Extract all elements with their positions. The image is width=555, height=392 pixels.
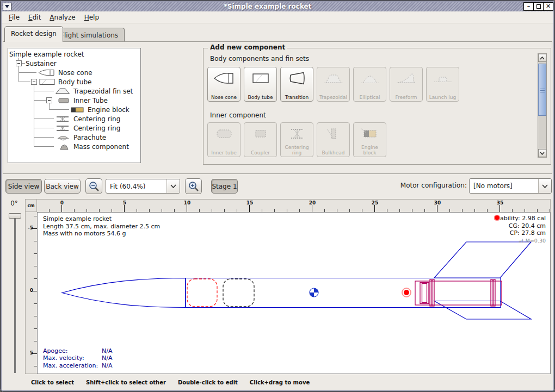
- stage-1-toggle[interactable]: Stage 1: [211, 179, 238, 194]
- component-tree[interactable]: Simple example rocket Sustainer Nose con…: [8, 48, 141, 163]
- horizontal-ruler: 0 5 10 15 20 25 30 35: [37, 199, 551, 212]
- tree-item-trapezoidal-fin-set[interactable]: Trapezoidal fin set: [73, 87, 133, 96]
- tree-item-centering-ring-1[interactable]: Centering ring: [73, 115, 120, 123]
- maximize-button[interactable]: [533, 2, 544, 11]
- chevron-up-icon: [540, 57, 545, 60]
- chevron-down-icon: [540, 152, 545, 155]
- trapezoidal-fin-icon: [322, 71, 345, 86]
- magnifier-minus-icon: [88, 181, 100, 192]
- add-freeform-button[interactable]: Freeform: [390, 67, 423, 102]
- cg-value: CG: 20.4 cm: [509, 222, 546, 230]
- nose-cone-icon: [38, 69, 56, 77]
- stability-info: Stability: 2.98 cal CG: 20.4 cm CP: 27.8…: [494, 215, 546, 244]
- elliptical-fin-icon: [359, 71, 381, 86]
- centering-ring-icon: [55, 115, 71, 123]
- parachute-icon: [56, 134, 71, 141]
- menu-file[interactable]: File: [4, 13, 24, 22]
- chevron-down-icon: [542, 184, 548, 188]
- tree-item-body-tube[interactable]: Body tube: [58, 78, 91, 86]
- add-coupler-button[interactable]: Coupler: [244, 122, 277, 157]
- add-engine-block-button[interactable]: Engine block: [353, 122, 386, 157]
- expander-inner-tube[interactable]: [46, 97, 52, 103]
- motor-configuration-select[interactable]: [No motors]: [469, 178, 552, 194]
- expander-body-tube[interactable]: [31, 79, 37, 85]
- tree-item-nose-cone[interactable]: Nose cone: [58, 69, 92, 77]
- tab-flight-simulations[interactable]: Flight simulations: [54, 28, 125, 42]
- menu-analyze[interactable]: Analyze: [45, 13, 79, 22]
- launch-lug-icon: [431, 71, 454, 86]
- maximize-icon: [536, 4, 541, 9]
- mass-component-outline: [223, 279, 254, 307]
- top-fin: [434, 242, 531, 278]
- tree-item-rocket[interactable]: Simple example rocket: [9, 50, 84, 59]
- motor-configuration-label: Motor configuration:: [397, 182, 467, 189]
- scrollbar-thumb[interactable]: [538, 64, 546, 116]
- add-centering-ring-button[interactable]: Centering ring: [280, 122, 313, 157]
- nose-cone-icon: [213, 71, 236, 86]
- rocket-figure-canvas[interactable]: Simple example rocket Length 37.5 cm, ma…: [37, 212, 551, 374]
- side-view-button[interactable]: Side view: [5, 179, 42, 194]
- tree-item-sustainer[interactable]: Sustainer: [26, 59, 57, 68]
- zoom-select[interactable]: Fit (60.4%): [106, 179, 180, 194]
- expander-sustainer[interactable]: [16, 60, 22, 66]
- component-panel-scrollbar[interactable]: [538, 53, 547, 158]
- cp-value: CP: 27.8 cm: [510, 229, 546, 237]
- rocket-outline: [62, 242, 531, 319]
- scroll-up-button[interactable]: [538, 54, 546, 62]
- back-view-button[interactable]: Back view: [44, 179, 81, 194]
- zoom-in-button[interactable]: [185, 178, 202, 194]
- rocket-info-text: Simple example rocket Length 37.5 cm, ma…: [43, 215, 160, 238]
- tree-item-centering-ring-2[interactable]: Centering ring: [73, 124, 120, 133]
- tab-rocket-design[interactable]: Rocket design: [4, 26, 63, 42]
- cp-marker: [402, 288, 411, 297]
- zoom-out-button[interactable]: [85, 178, 102, 194]
- engine-block-icon: [70, 106, 85, 114]
- vertical-ruler: -5 0 5: [25, 212, 37, 374]
- inner-tube-assembly: [415, 279, 502, 306]
- add-trapezoidal-button[interactable]: Trapezoidal: [317, 67, 350, 102]
- add-bulkhead-button[interactable]: Bulkhead: [317, 122, 350, 157]
- inner-section-label: Inner component: [210, 111, 266, 119]
- inner-tube-icon: [213, 126, 236, 141]
- chevron-down-icon: [170, 184, 176, 188]
- tree-item-engine-block[interactable]: Engine block: [88, 105, 130, 114]
- tree-item-parachute[interactable]: Parachute: [73, 133, 106, 142]
- centering-ring-icon: [55, 125, 71, 132]
- freeform-fin-icon: [395, 71, 418, 86]
- system-menu-icon[interactable]: [3, 3, 11, 10]
- menu-edit[interactable]: Edit: [24, 13, 45, 22]
- add-transition-button[interactable]: Transition: [280, 67, 313, 102]
- rotation-slider-thumb[interactable]: [9, 213, 21, 219]
- stability-value: Stability: 2.98 cal: [494, 215, 546, 222]
- add-launch-lug-button[interactable]: Launch lug: [426, 67, 459, 102]
- close-button[interactable]: ✕: [543, 2, 553, 11]
- add-component-title: Add new component: [208, 43, 287, 51]
- tree-item-inner-tube[interactable]: Inner Tube: [73, 96, 108, 105]
- menu-bar: File Edit Analyze Help: [1, 11, 554, 23]
- rotation-slider-track[interactable]: [14, 215, 16, 373]
- engine-block-icon: [359, 126, 381, 141]
- cp-icon: [494, 215, 500, 221]
- app-window: *Simple example rocket – ✕ File Edit Ana…: [0, 0, 555, 392]
- scroll-down-button[interactable]: [538, 149, 546, 157]
- magnifier-plus-icon: [188, 181, 200, 192]
- add-body-tube-button[interactable]: Body tube: [244, 67, 277, 102]
- menu-help[interactable]: Help: [80, 13, 103, 22]
- trapezoidal-fin-icon: [55, 87, 71, 95]
- add-nose-cone-button[interactable]: Nose cone: [207, 67, 240, 102]
- bulkhead-icon: [322, 126, 345, 141]
- minimize-button[interactable]: –: [523, 2, 534, 11]
- title-bar[interactable]: *Simple example rocket – ✕: [1, 1, 554, 11]
- add-component-group: Add new component Body components and fi…: [203, 48, 551, 165]
- ruler-unit-label: cm: [25, 199, 37, 212]
- tree-item-mass-component[interactable]: Mass component: [73, 142, 129, 151]
- coupler-icon: [249, 126, 272, 141]
- inner-tube-icon: [57, 97, 71, 104]
- flight-data-summary: Apogee:N/A Max. velocity:N/A Max. accele…: [43, 347, 112, 370]
- add-elliptical-button[interactable]: Elliptical: [353, 67, 386, 102]
- add-inner-tube-button[interactable]: Inner tube: [207, 122, 240, 157]
- mass-component-icon: [57, 143, 71, 151]
- window-title: *Simple example rocket: [11, 3, 524, 10]
- body-tube-icon: [39, 78, 56, 86]
- centering-ring-icon: [286, 126, 309, 141]
